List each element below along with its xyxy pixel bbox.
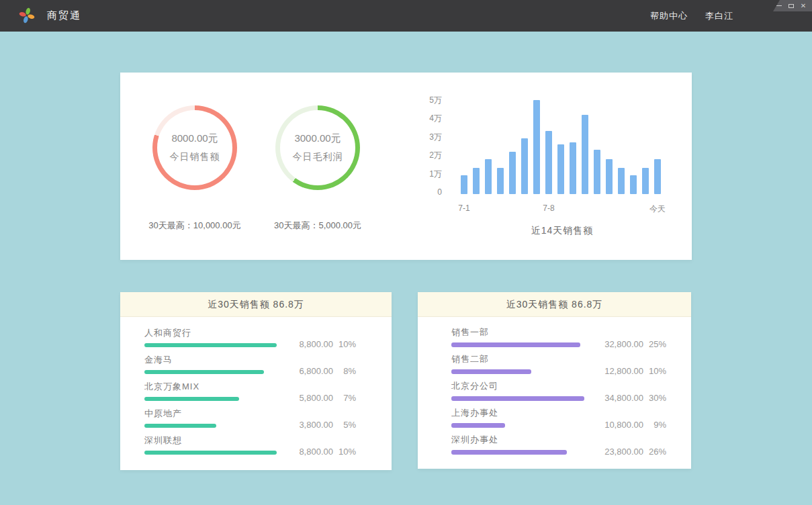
ranking-label: 北京万象MIX <box>144 381 286 393</box>
bar <box>654 159 661 194</box>
ranking-percent: 9% <box>643 420 666 430</box>
y-axis-tick: 1万 <box>418 169 442 179</box>
ranking-row-right: 32,800.0025% <box>590 339 666 349</box>
ranking-label: 销售一部 <box>451 326 590 338</box>
today-sales-donut: 8000.00元 今日销售额 <box>152 105 237 190</box>
ranking-label: 金海马 <box>144 354 286 366</box>
pinwheel-logo-icon <box>19 7 35 24</box>
ranking-row-left: 北京分公司 <box>451 380 590 401</box>
ranking-value: 6,800.00 <box>286 366 333 376</box>
ranking-row: 北京万象MIX5,800.007% <box>120 381 392 401</box>
ranking-percent: 25% <box>643 339 666 349</box>
ranking-row-left: 销售一部 <box>451 326 590 347</box>
ranking-bar <box>451 342 580 347</box>
ranking-bar <box>144 424 216 428</box>
user-name-menu[interactable]: 李白江 <box>705 10 733 22</box>
bar <box>545 131 552 194</box>
bar <box>509 152 516 194</box>
customer-ranking-rows: 人和商贸行8,800.0010%金海马6,800.008%北京万象MIX5,80… <box>120 317 392 455</box>
bar <box>485 159 492 194</box>
sales-bar-chart: 01万2万3万4万5万 7-17-8今天 近14天销售额 <box>418 92 686 253</box>
window-controls: ✕ <box>773 0 812 11</box>
ranking-row-right: 12,800.0010% <box>590 366 666 376</box>
bar <box>630 175 637 194</box>
ranking-row: 深圳办事处23,800.0026% <box>418 435 691 455</box>
bar <box>533 100 540 194</box>
today-sales-30d-max: 30天最高：10,000.00元 <box>134 220 255 232</box>
help-center-link[interactable]: 帮助中心 <box>650 10 688 22</box>
ranking-value: 8,800.00 <box>286 447 333 457</box>
ranking-row: 北京分公司34,800.0030% <box>418 381 691 401</box>
ranking-percent: 10% <box>333 447 356 457</box>
bar <box>521 138 528 194</box>
bar <box>570 142 576 194</box>
x-axis-label: 7-8 <box>543 203 554 213</box>
ranking-value: 3,800.00 <box>286 420 333 430</box>
donut-center: 8000.00元 今日销售额 <box>157 110 232 185</box>
ranking-row-right: 23,800.0026% <box>590 447 666 457</box>
ranking-percent: 26% <box>643 447 666 457</box>
ranking-row-right: 10,800.009% <box>590 420 666 430</box>
ranking-bar <box>144 370 264 374</box>
bar <box>606 159 613 194</box>
y-axis-tick: 0 <box>418 187 442 197</box>
ranking-row-left: 人和商贸行 <box>144 327 286 347</box>
today-profit-30d-max: 30天最高：5,000.00元 <box>257 220 378 232</box>
maximize-icon <box>788 4 794 8</box>
ranking-bar <box>144 451 277 455</box>
ranking-value: 10,800.00 <box>590 420 643 430</box>
x-axis-label: 7-1 <box>458 203 469 213</box>
ranking-row: 金海马6,800.008% <box>120 355 392 374</box>
titlebar-nav: 帮助中心 李白江 <box>650 0 733 32</box>
ranking-value: 34,800.00 <box>590 393 643 403</box>
today-profit-value: 3000.00元 <box>294 132 341 145</box>
ranking-row: 人和商贸行8,800.0010% <box>120 328 392 347</box>
minimize-button[interactable] <box>776 2 782 10</box>
ranking-percent: 10% <box>643 366 666 376</box>
close-button[interactable]: ✕ <box>800 2 807 10</box>
ranking-label: 销售二部 <box>451 353 590 365</box>
ranking-row-right: 6,800.008% <box>286 366 356 376</box>
bar <box>594 150 600 194</box>
y-axis-tick: 4万 <box>418 113 442 124</box>
overview-card: 8000.00元 今日销售额 30天最高：10,000.00元 3000.00元… <box>120 73 692 260</box>
ranking-value: 32,800.00 <box>590 339 643 349</box>
ranking-label: 中原地产 <box>144 408 286 420</box>
ranking-row-left: 上海办事处 <box>451 407 590 428</box>
ranking-row-left: 深圳办事处 <box>451 434 590 455</box>
x-axis-label: 今天 <box>649 203 666 215</box>
today-profit-label: 今日毛利润 <box>293 151 343 163</box>
today-profit-donut: 3000.00元 今日毛利润 <box>275 105 360 190</box>
ranking-percent: 10% <box>333 339 356 349</box>
ranking-percent: 7% <box>333 393 356 403</box>
ranking-row: 销售二部12,800.0010% <box>418 355 691 374</box>
ranking-row-left: 深圳联想 <box>144 434 286 455</box>
ranking-row-right: 8,800.0010% <box>286 447 356 457</box>
ranking-row-left: 中原地产 <box>144 408 286 428</box>
ranking-bar <box>451 369 531 374</box>
ranking-row-left: 金海马 <box>144 354 286 374</box>
bar <box>582 115 588 194</box>
ranking-bar <box>451 396 584 401</box>
bar <box>497 168 504 194</box>
ranking-bar <box>451 450 567 455</box>
customer-ranking-card: 近30天销售额 86.8万 人和商贸行8,800.0010%金海马6,800.0… <box>120 292 392 470</box>
titlebar: 商贸通 帮助中心 李白江 ✕ <box>0 0 812 32</box>
ranking-row: 上海办事处10,800.009% <box>418 408 691 428</box>
ranking-value: 23,800.00 <box>590 447 643 457</box>
ranking-label: 上海办事处 <box>451 407 590 419</box>
ranking-value: 5,800.00 <box>286 393 333 403</box>
ranking-row: 中原地产3,800.005% <box>120 408 392 428</box>
ranking-value: 12,800.00 <box>590 366 643 376</box>
ranking-row-left: 北京万象MIX <box>144 381 286 401</box>
ranking-percent: 30% <box>643 393 666 403</box>
today-sales-gauge: 8000.00元 今日销售额 30天最高：10,000.00元 <box>134 105 255 232</box>
ranking-value: 8,800.00 <box>286 339 333 349</box>
ranking-label: 深圳办事处 <box>451 434 590 446</box>
ranking-row: 深圳联想8,800.0010% <box>120 435 392 455</box>
bar <box>618 168 625 194</box>
maximize-button[interactable] <box>788 2 795 10</box>
minimize-icon <box>776 5 782 6</box>
ranking-label: 深圳联想 <box>144 434 286 447</box>
today-sales-value: 8000.00元 <box>171 132 218 145</box>
